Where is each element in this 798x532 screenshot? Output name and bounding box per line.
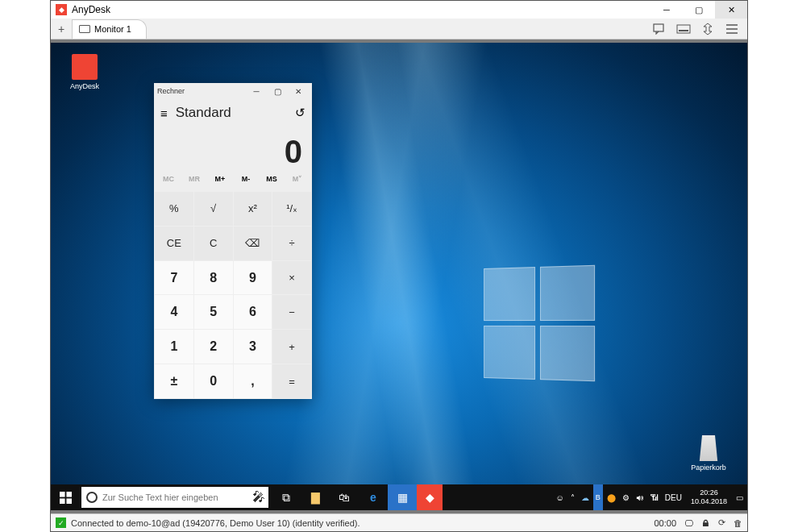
titlebar[interactable]: ◆ AnyDesk ─ ▢ ✕ [51, 1, 747, 19]
calc-btn-0[interactable]: 0 [194, 364, 233, 398]
tb-calculator-icon[interactable]: ▦ [388, 484, 417, 510]
calc-minimize-button[interactable]: ─ [246, 87, 267, 96]
tb-anydesk-icon[interactable]: ◆ [417, 484, 443, 510]
calc-display: 0 [154, 127, 312, 175]
cortana-icon[interactable] [81, 487, 102, 508]
tray-wifi-icon[interactable]: 📶︎ [648, 484, 661, 510]
taskbar: 🎤︎ ⧉ ▇ 🛍︎ e ▦ ◆ ☺ ˄ ☁ B ⬤ ⚙ 🔊︎ [51, 484, 747, 510]
calc-titlebar[interactable]: Rechner ─ ▢ ✕ [154, 83, 312, 99]
calc-btn-back[interactable]: ⌫ [234, 227, 272, 260]
anydesk-window: ◆ AnyDesk ─ ▢ ✕ + Monitor 1 AnyDesk [50, 0, 748, 532]
status-text: Connected to demo-10@ad (19420776, Demo … [71, 518, 360, 528]
tabbar: + Monitor 1 [51, 19, 747, 39]
minimize-button[interactable]: ─ [650, 1, 683, 19]
tab-monitor-1[interactable]: Monitor 1 [72, 19, 147, 39]
calc-maximize-button[interactable]: ▢ [267, 87, 288, 96]
calc-btn-eq[interactable]: = [272, 364, 311, 398]
calc-btn-4[interactable]: 4 [155, 295, 193, 329]
hamburger-icon[interactable]: ≡ [160, 106, 168, 120]
calc-btn-8[interactable]: 8 [194, 261, 233, 295]
app-title: AnyDesk [72, 4, 110, 15]
search-box[interactable]: 🎤︎ [81, 487, 268, 508]
calc-mode-label: Standard [176, 105, 231, 121]
calculator-window[interactable]: Rechner ─ ▢ ✕ ≡ Standard ↺ 0 MC MR M+ [154, 83, 312, 399]
icon-label: AnyDesk [70, 82, 99, 90]
tb-store-icon[interactable]: 🛍︎ [330, 484, 359, 510]
remote-desktop[interactable]: AnyDesk Papierkorb Rechner ─ ▢ ✕ ≡ Stan [51, 43, 747, 510]
calc-btn-neg[interactable]: ± [155, 364, 193, 398]
calc-memory-row: MC MR M+ M- MS M˅ [154, 175, 312, 191]
tray-volume-icon[interactable]: 🔊︎ [634, 484, 646, 510]
verified-icon: ✓ [56, 517, 66, 528]
status-monitor-icon[interactable]: 🖵 [684, 518, 693, 528]
tray-lang[interactable]: DEU [663, 484, 684, 510]
tb-explorer-icon[interactable]: ▇ [301, 484, 330, 510]
calc-btn-7[interactable]: 7 [155, 261, 193, 295]
close-button[interactable]: ✕ [715, 1, 747, 19]
calc-btn-minus[interactable]: − [272, 295, 311, 329]
history-icon[interactable]: ↺ [295, 106, 305, 120]
mem-mminus[interactable]: M- [233, 175, 259, 191]
calc-btn-plus[interactable]: + [272, 330, 311, 364]
tray-people-icon[interactable]: ☺ [554, 484, 567, 510]
svg-rect-5 [60, 498, 65, 504]
anydesk-app-icon [72, 54, 98, 80]
calc-btn-ce[interactable]: CE [155, 227, 193, 260]
tab-label: Monitor 1 [94, 24, 131, 34]
menu-icon[interactable] [723, 22, 741, 36]
anydesk-logo-icon: ◆ [56, 4, 67, 15]
calc-keypad: % √ x² ¹/ₓ CE C ⌫ ÷ 7 8 9 × 4 5 6 − 1 [154, 191, 312, 399]
windows-logo-wallpaper [484, 265, 595, 381]
calc-btn-sqr[interactable]: x² [234, 192, 272, 226]
search-input[interactable] [102, 493, 249, 502]
task-view-icon[interactable]: ⧉ [272, 484, 301, 510]
tb-edge-icon[interactable]: e [359, 484, 388, 510]
tray-date: 10.04.2018 [691, 497, 727, 506]
tray-notifications-icon[interactable]: ▭ [734, 484, 746, 510]
tray-onedrive-icon[interactable]: ☁ [579, 484, 592, 510]
calc-btn-5[interactable]: 5 [194, 295, 233, 329]
tray-clock[interactable]: 20:26 10.04.2018 [686, 484, 732, 510]
maximize-button[interactable]: ▢ [683, 1, 715, 19]
svg-rect-4 [66, 492, 72, 497]
calc-btn-3[interactable]: 3 [234, 330, 272, 364]
mem-ms[interactable]: MS [259, 175, 285, 191]
calc-btn-mul[interactable]: × [272, 261, 311, 295]
svg-rect-6 [66, 498, 72, 504]
calc-btn-6[interactable]: 6 [234, 295, 272, 329]
icon-label: Papierkorb [691, 463, 726, 472]
tray-security-icon[interactable]: ⬤ [605, 484, 618, 510]
chat-icon[interactable] [650, 22, 668, 36]
svg-rect-2 [679, 30, 688, 31]
calc-btn-div[interactable]: ÷ [272, 227, 311, 260]
calc-close-button[interactable]: ✕ [288, 87, 309, 96]
calc-btn-percent[interactable]: % [155, 192, 193, 226]
calc-btn-sqrt[interactable]: √ [194, 192, 233, 226]
mem-mc[interactable]: MC [156, 175, 181, 191]
keyboard-icon[interactable] [675, 22, 692, 36]
calc-btn-9[interactable]: 9 [234, 261, 272, 295]
svg-rect-0 [654, 24, 663, 31]
tray-bluetooth-icon[interactable]: B [593, 484, 603, 510]
calc-btn-c[interactable]: C [194, 227, 233, 260]
mem-mdrop[interactable]: M˅ [285, 175, 310, 191]
tray-up-icon[interactable]: ˄ [568, 484, 577, 510]
status-sync-icon[interactable]: ⟳ [718, 517, 725, 528]
calc-btn-inv[interactable]: ¹/ₓ [272, 192, 311, 226]
calc-btn-comma[interactable]: , [234, 364, 272, 398]
tray-time: 20:26 [700, 488, 718, 497]
new-tab-button[interactable]: + [51, 23, 72, 35]
status-lock-icon[interactable]: 🔒︎ [701, 518, 710, 528]
mic-icon[interactable]: 🎤︎ [249, 490, 268, 505]
start-button[interactable] [51, 492, 80, 504]
calc-btn-2[interactable]: 2 [194, 330, 233, 364]
desktop-icon-papierkorb[interactable]: Papierkorb [684, 435, 733, 472]
desktop-icon-anydesk[interactable]: AnyDesk [60, 54, 109, 90]
tray-network-icon[interactable]: ⚙ [620, 484, 632, 510]
mem-mr[interactable]: MR [181, 175, 207, 191]
status-trash-icon[interactable]: 🗑︎ [734, 518, 742, 528]
mem-mplus[interactable]: M+ [207, 175, 233, 191]
calc-btn-1[interactable]: 1 [155, 330, 193, 364]
recycle-bin-icon [696, 435, 721, 461]
actions-icon[interactable] [699, 22, 717, 36]
